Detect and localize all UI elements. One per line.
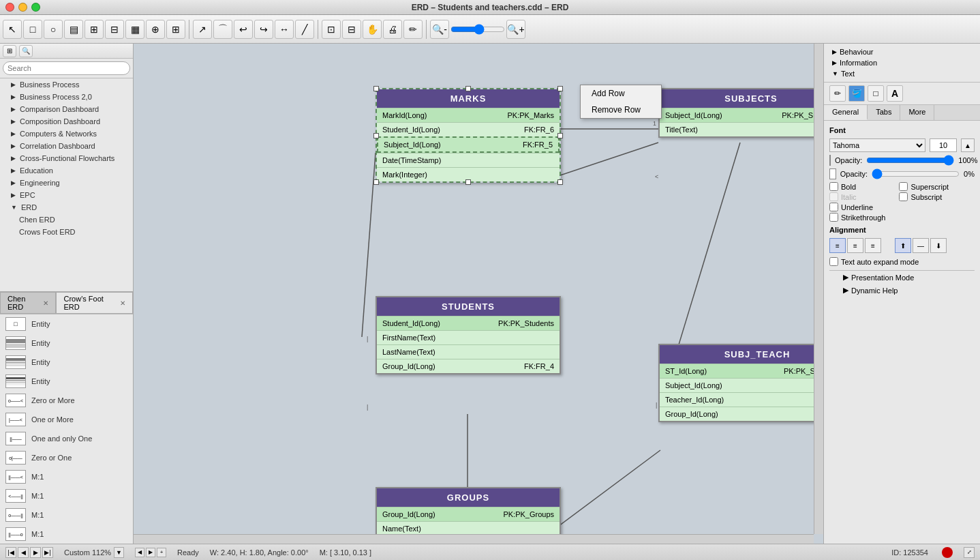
font-name-select[interactable]: Tahoma xyxy=(829,138,925,152)
menu-dynamic-help[interactable]: ▶ Dynamic Help xyxy=(829,284,975,297)
tree-text[interactable]: ▼ Text xyxy=(829,68,975,79)
opacity-slider-2[interactable] xyxy=(872,170,960,178)
grid2-tool[interactable]: ⊞ xyxy=(166,20,185,39)
page-next-btn[interactable]: ▶ xyxy=(146,548,155,557)
shape-m1-4[interactable]: ||——o M:1 xyxy=(0,525,133,544)
maximize-button[interactable] xyxy=(31,3,40,12)
close-chen-erd[interactable]: ✕ xyxy=(43,299,48,307)
sidebar-item-correlation[interactable]: ▶ Correlation Dashboard xyxy=(0,140,133,152)
subj-teach-row-1[interactable]: Subject_Id(Long) FK:FR_3 xyxy=(660,378,823,392)
table-subjects[interactable]: SUBJECTS Subject_Id(Long) PK:PK_Subjects… xyxy=(658,88,823,138)
handle-t[interactable] xyxy=(465,86,471,91)
pen-tool[interactable]: ✏ xyxy=(403,20,423,39)
groups-row-1[interactable]: Name(Text) xyxy=(377,521,560,535)
align-center-btn[interactable]: ≡ xyxy=(847,238,863,253)
nav-first-btn[interactable]: |◀ xyxy=(5,547,16,558)
cursor-tool[interactable]: ↗ xyxy=(193,20,212,39)
tab-tabs[interactable]: Tabs xyxy=(868,105,900,120)
font-size-spin-up[interactable]: ▲ xyxy=(961,138,975,152)
close-button[interactable] xyxy=(5,3,14,12)
shape-zero-or-more[interactable]: o——< Zero or More xyxy=(0,391,133,410)
shape-zero-or-one[interactable]: o|—— Zero or One xyxy=(0,448,133,467)
align-top-btn[interactable]: ⬆ xyxy=(895,238,911,253)
table-tool[interactable]: ▤ xyxy=(64,20,83,39)
undo-tool[interactable]: ↩ xyxy=(234,20,253,39)
window-controls[interactable] xyxy=(5,3,40,12)
ellipse-tool[interactable]: ○ xyxy=(44,20,63,39)
zoom-slider[interactable] xyxy=(450,24,505,35)
sidebar-item-crossfunctional[interactable]: ▶ Cross-Functional Flowcharts xyxy=(0,152,133,164)
scrollbar-horizontal[interactable] xyxy=(134,534,814,544)
subj-teach-row-0[interactable]: ST_Id(Long) PK:PK_Subj_Teach xyxy=(660,364,823,378)
shape-entity-3[interactable]: Entity xyxy=(0,353,133,372)
expand-btn[interactable]: ⤢ xyxy=(964,547,975,558)
nav-prev-btn[interactable]: ◀ xyxy=(18,547,29,558)
zoom-in-btn[interactable]: 🔍+ xyxy=(506,20,525,39)
tab-chen-erd[interactable]: Chen ERD ✕ xyxy=(0,292,56,313)
subj-teach-row-3[interactable]: Group_Id(Long) FK:FR_1 xyxy=(660,407,823,421)
nav-last-btn[interactable]: ▶| xyxy=(42,547,53,558)
students-row-2[interactable]: LastName(Text) xyxy=(377,344,560,359)
marks-row-1[interactable]: Student_Id(Long) FK:FR_6 xyxy=(377,122,560,136)
print-tool[interactable]: 🖨 xyxy=(383,20,402,39)
sidebar-item-business-process[interactable]: ▶ Business Process xyxy=(0,78,133,91)
align-middle-btn[interactable]: — xyxy=(913,238,929,253)
superscript-checkbox[interactable] xyxy=(899,182,908,191)
split-tool[interactable]: ▦ xyxy=(125,20,144,39)
sidebar-item-composition[interactable]: ▶ Composition Dashboard xyxy=(0,115,133,128)
format-text-icon[interactable]: ✏ xyxy=(829,85,846,102)
handle-b[interactable] xyxy=(465,179,471,185)
sidebar-item-crows-foot-erd[interactable]: Crows Foot ERD xyxy=(0,226,133,238)
marks-row-0[interactable]: MarkId(Long) PK:PK_Marks xyxy=(377,108,560,122)
font-color-swatch[interactable] xyxy=(829,155,831,166)
tree-behaviour[interactable]: ▶ Behaviour xyxy=(829,46,975,57)
table-subj-teach[interactable]: SUBJ_TEACH ST_Id(Long) PK:PK_Subj_Teach … xyxy=(658,344,823,422)
zoom-sel[interactable]: ⊟ xyxy=(342,20,361,39)
subj-teach-row-2[interactable]: Teacher_Id(Long) FK:FR_2 xyxy=(660,392,823,407)
sidebar-item-epc[interactable]: ▶ EPC xyxy=(0,189,133,201)
handle-l[interactable] xyxy=(373,133,379,138)
tab-general[interactable]: General xyxy=(824,105,868,120)
remove-tool[interactable]: ⊟ xyxy=(105,20,124,39)
shape-one-or-more[interactable]: |——< One or More xyxy=(0,410,133,429)
marks-row-3[interactable]: Date(TimeStamp) xyxy=(377,153,560,167)
align-right-btn[interactable]: ≡ xyxy=(865,238,881,253)
sidebar-item-chen-erd[interactable]: Chen ERD xyxy=(0,213,133,226)
arc-tool[interactable]: ⌒ xyxy=(213,20,232,39)
italic-checkbox[interactable] xyxy=(829,192,838,201)
sidebar-item-computers[interactable]: ▶ Computers & Networks xyxy=(0,128,133,140)
shape-m1-1[interactable]: ||——< M:1 xyxy=(0,467,133,486)
font-size-input[interactable] xyxy=(930,138,957,152)
fill-icon[interactable]: 🪣 xyxy=(848,85,865,102)
context-menu-add-row[interactable]: Add Row xyxy=(581,85,661,102)
sidebar-item-business-process-2[interactable]: ▶ Business Process 2,0 xyxy=(0,91,133,103)
page-prev-btn[interactable]: ◀ xyxy=(135,548,144,557)
text-format-icon[interactable]: A xyxy=(887,85,903,102)
line-tool[interactable]: ╱ xyxy=(295,20,314,39)
subscript-checkbox[interactable] xyxy=(899,192,908,201)
bg-color-swatch[interactable] xyxy=(829,168,836,179)
canvas-area[interactable]: 1 < | | | xyxy=(134,44,823,544)
pan-tool[interactable]: ✋ xyxy=(363,20,382,39)
grid-tool[interactable]: ⊞ xyxy=(85,20,104,39)
shape-m1-3[interactable]: o——|| M:1 xyxy=(0,505,133,525)
search-input[interactable] xyxy=(3,61,130,75)
align-bottom-btn[interactable]: ⬇ xyxy=(930,238,947,253)
subjects-row-1[interactable]: Title(Text) xyxy=(660,122,823,136)
groups-row-0[interactable]: Group_Id(Long) PK:PK_Groups xyxy=(377,507,560,521)
rect-tool[interactable]: □ xyxy=(23,20,42,39)
opacity-slider-1[interactable] xyxy=(866,156,954,164)
sidebar-item-erd[interactable]: ▼ ERD xyxy=(0,201,133,213)
nav-next-btn[interactable]: ▶ xyxy=(30,547,41,558)
underline-checkbox[interactable] xyxy=(829,203,838,211)
sidebar-item-engineering[interactable]: ▶ Engineering xyxy=(0,177,133,189)
tree-information[interactable]: ▶ Information xyxy=(829,57,975,68)
table-marks[interactable]: MARKS MarkId(Long) PK:PK_Marks Student_I… xyxy=(376,88,561,183)
menu-presentation-mode[interactable]: ▶ Presentation Mode xyxy=(829,271,975,284)
add-tool[interactable]: ⊕ xyxy=(146,20,165,39)
shape-one-and-only-one[interactable]: ||—— One and only One xyxy=(0,429,133,448)
tab-crows-foot-erd[interactable]: Crow's Foot ERD ✕ xyxy=(56,292,133,313)
zoom-out-btn[interactable]: 🔍- xyxy=(430,20,449,39)
shape-entity-4[interactable]: Entity xyxy=(0,372,133,391)
text-auto-expand-checkbox[interactable] xyxy=(829,257,838,266)
